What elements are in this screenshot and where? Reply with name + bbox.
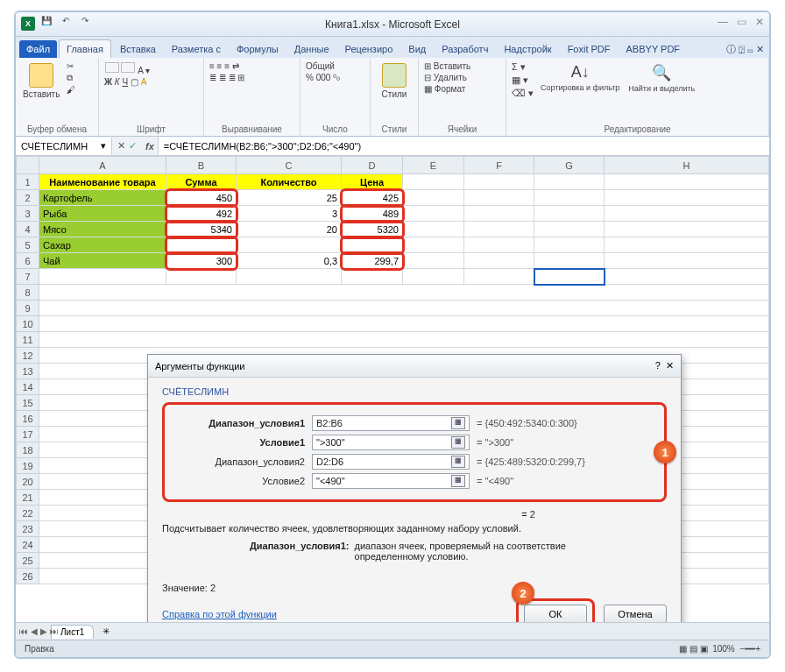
ribbon-help-icon[interactable]: ⓘ ⍰ ▭ ✕ <box>721 41 769 58</box>
tab-review[interactable]: Рецензиро <box>338 40 400 58</box>
tab-insert[interactable]: Вставка <box>113 40 163 58</box>
view-normal-icon[interactable]: ▦ <box>679 644 687 654</box>
status-bar: Правка ▦ ▤ ▣ 100% −━━+ <box>16 640 769 657</box>
col-B[interactable]: B <box>166 157 237 174</box>
col-C[interactable]: C <box>237 157 342 174</box>
underline-button[interactable]: Ч <box>123 77 129 87</box>
status-mode: Правка <box>25 644 54 654</box>
arg2-range-input[interactable]: D2:D6▦ <box>312 454 470 470</box>
sort-filter-button[interactable]: A↓ Сортировка и фильтр <box>539 61 621 99</box>
zoom-in-icon[interactable]: + <box>755 644 760 654</box>
ribbon-tabs: Файл Главная Вставка Разметка с Формулы … <box>16 37 769 58</box>
copy-icon[interactable]: ⧉ <box>67 73 75 83</box>
chevron-down-icon[interactable]: ▾ <box>101 140 106 152</box>
arg1-criteria-input[interactable]: ">300"▦ <box>312 435 470 450</box>
paste-button[interactable]: Вставить <box>21 61 61 101</box>
col-G[interactable]: G <box>534 157 605 174</box>
italic-button[interactable]: К <box>115 77 120 87</box>
new-sheet-icon[interactable]: ✳ <box>97 626 115 636</box>
find-icon: 🔍 <box>652 63 671 82</box>
cut-icon[interactable]: ✂ <box>67 61 75 71</box>
tab-abbyy[interactable]: ABBYY PDF <box>619 40 688 58</box>
prev-sheet-icon[interactable]: ◀ <box>31 626 38 636</box>
bold-button[interactable]: Ж <box>104 77 112 87</box>
excel-icon: X <box>21 17 35 31</box>
header-qty[interactable]: Количество <box>237 174 342 190</box>
group-clipboard: Буфер обмена <box>21 124 93 134</box>
insert-cells[interactable]: ⊞ Вставить <box>424 61 500 71</box>
result-value: 2 <box>210 583 216 593</box>
header-name[interactable]: Наименование товара <box>39 174 166 190</box>
group-cells: Ячейки <box>424 124 500 134</box>
sheet-tabs: ⏮ ◀ ▶ ⏭ Лист1 ✳ <box>16 622 769 640</box>
window-title: Книга1.xlsx - Microsoft Excel <box>325 18 460 31</box>
first-sheet-icon[interactable]: ⏮ <box>19 626 28 636</box>
callout-badge-1: 1 <box>654 441 676 463</box>
col-A[interactable]: A <box>39 157 166 174</box>
view-break-icon[interactable]: ▣ <box>700 644 708 654</box>
tab-formulas[interactable]: Формулы <box>230 40 286 58</box>
function-help-link[interactable]: Справка по этой функции <box>162 609 277 619</box>
cancel-formula-icon[interactable]: ✕ <box>117 140 125 152</box>
active-cell[interactable] <box>534 269 605 285</box>
formula-bar: СЧЁТЕСЛИМН▾ ✕ ✓ fx =СЧЁТЕСЛИМН(B2:B6;">3… <box>16 137 769 156</box>
arg1-range-input[interactable]: B2:B6▦ <box>312 415 470 431</box>
range-selector-icon[interactable]: ▦ <box>451 436 465 449</box>
col-E[interactable]: E <box>403 157 464 174</box>
zoom-out-icon[interactable]: − <box>739 644 745 654</box>
accept-formula-icon[interactable]: ✓ <box>129 140 137 152</box>
group-font: Шрифт <box>104 124 198 134</box>
header-price[interactable]: Цена <box>342 174 403 190</box>
tab-data[interactable]: Данные <box>287 40 336 58</box>
tab-foxit[interactable]: Foxit PDF <box>561 40 618 58</box>
delete-cells[interactable]: ⊟ Удалить <box>424 73 500 82</box>
range-selector-icon[interactable]: ▦ <box>451 417 465 429</box>
minimize-icon[interactable]: — <box>718 16 728 28</box>
excel-window: X 💾 ↶ ↷ Книга1.xlsx - Microsoft Excel — … <box>14 11 771 659</box>
tab-home[interactable]: Главная <box>59 39 111 58</box>
arg2-criteria-input[interactable]: "<490"▦ <box>312 473 470 489</box>
cancel-button[interactable]: Отмена <box>604 605 667 624</box>
qat-redo-icon[interactable]: ↷ <box>77 16 93 32</box>
tab-addins[interactable]: Надстройк <box>497 40 558 58</box>
col-F[interactable]: F <box>464 157 534 174</box>
row-1[interactable]: 1 <box>17 174 39 190</box>
header-sum[interactable]: Сумма <box>166 174 237 190</box>
dialog-close-icon[interactable]: ✕ <box>666 360 674 371</box>
number-format[interactable]: Общий <box>306 61 364 71</box>
view-layout-icon[interactable]: ▤ <box>690 644 697 654</box>
last-sheet-icon[interactable]: ⏭ <box>50 626 59 636</box>
tab-developer[interactable]: Разработч <box>435 40 495 58</box>
next-sheet-icon[interactable]: ▶ <box>40 626 47 636</box>
maximize-icon[interactable]: ▭ <box>737 16 746 28</box>
group-editing: Редактирование <box>512 124 763 134</box>
name-box[interactable]: СЧЁТЕСЛИМН▾ <box>16 138 112 155</box>
range-selector-icon[interactable]: ▦ <box>451 456 465 468</box>
tab-file[interactable]: Файл <box>19 40 57 58</box>
format-painter-icon[interactable]: 🖌 <box>67 85 75 95</box>
col-H[interactable]: H <box>605 157 769 174</box>
qat-undo-icon[interactable]: ↶ <box>58 16 74 32</box>
select-all[interactable] <box>17 157 39 174</box>
title-bar: X 💾 ↶ ↷ Книга1.xlsx - Microsoft Excel — … <box>16 12 769 37</box>
tab-view[interactable]: Вид <box>401 40 433 58</box>
arguments-group: Диапазон_условия1 B2:B6▦ = {450:492:5340… <box>162 402 667 502</box>
col-D[interactable]: D <box>342 157 403 174</box>
sort-icon: A↓ <box>571 63 590 81</box>
ok-button[interactable]: ОК <box>524 605 587 624</box>
find-select-button[interactable]: 🔍 Найти и выделить <box>626 61 697 99</box>
zoom-level[interactable]: 100% <box>712 644 735 654</box>
format-cells[interactable]: ▦ Формат <box>424 84 500 94</box>
function-arguments-dialog: Аргументы функции ? ✕ СЧЁТЕСЛИМН Диапазо… <box>147 354 682 626</box>
tab-layout[interactable]: Разметка с <box>165 40 228 58</box>
qat-save-icon[interactable]: 💾 <box>39 16 54 32</box>
close-icon[interactable]: ✕ <box>755 16 764 28</box>
styles-button[interactable]: Стили <box>376 61 413 101</box>
formula-input[interactable]: =СЧЁТЕСЛИМН(B2:B6;">300";D2:D6;"<490") <box>158 138 769 155</box>
styles-icon <box>382 63 407 88</box>
dialog-help-icon[interactable]: ? <box>655 360 661 371</box>
dialog-title: Аргументы функции <box>155 361 245 371</box>
range-selector-icon[interactable]: ▦ <box>451 475 465 487</box>
fx-icon[interactable]: fx <box>142 141 158 152</box>
group-alignment: Выравнивание <box>209 124 294 134</box>
